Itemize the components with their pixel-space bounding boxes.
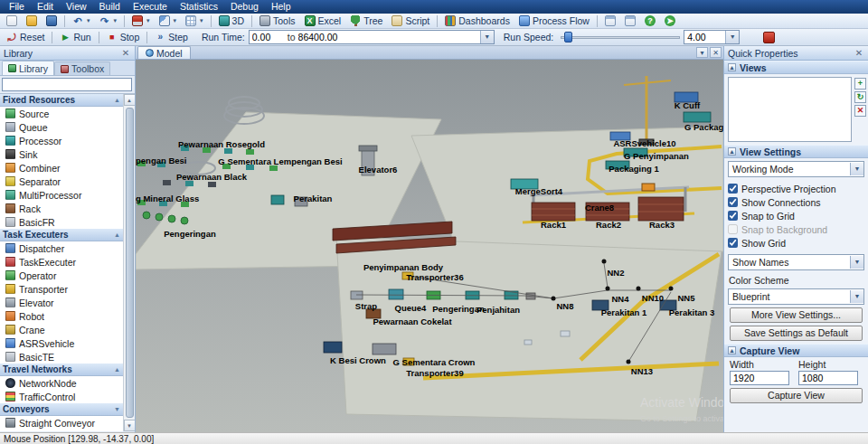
menu-statistics[interactable]: Statistics [174,0,224,14]
lib-item-dispatcher[interactable]: Dispatcher [0,241,123,255]
run-button[interactable]: ▶Run [55,31,95,44]
views-section-header[interactable]: ▴ Views [724,61,868,74]
tab-model[interactable]: Model [137,46,191,59]
tools-button[interactable]: Tools [255,14,300,28]
show-grid-checkbox[interactable] [728,238,738,248]
color-scheme-dropdown[interactable]: Blueprint ▼ [728,288,864,305]
tab-toolbox[interactable]: Toolbox [54,61,110,75]
lib-item-taskexecuter[interactable]: TaskExecuter [0,255,123,269]
scroll-up-icon[interactable]: ▲ [124,94,136,106]
lib-item-asrsvehicle[interactable]: ASRSvehicle [0,336,123,350]
show-connections-checkbox[interactable] [728,197,738,207]
stop-time-button[interactable] [763,32,775,43]
script-button[interactable]: Script [387,14,434,28]
workspace-button[interactable] [620,14,640,28]
menu-build[interactable]: Build [93,0,127,14]
menu-execute[interactable]: Execute [127,0,174,14]
section-travel-networks[interactable]: Travel Networks ▲ [0,364,123,376]
process-flow-button[interactable]: Process Flow [514,14,594,28]
checkbox-show-connections[interactable]: Show Connections [728,195,864,209]
capture-width-input[interactable] [730,371,789,385]
menu-edit[interactable]: Edit [31,0,60,14]
dashboards-button[interactable]: Dashboards [440,14,514,28]
run-time-dropdown-icon[interactable]: ▼ [480,31,494,43]
three-d-view-button[interactable]: 3D [214,14,249,28]
reset-button[interactable]: ⤾Reset [2,31,49,44]
lib-item-operator[interactable]: Operator [0,269,123,282]
section-fixed-resources[interactable]: Fixed Resources ▲ [0,94,123,107]
quick-properties-close-icon[interactable]: ✕ [854,48,864,59]
tab-library[interactable]: Library [2,61,54,75]
lib-item-crane[interactable]: Crane [0,323,123,336]
checkbox-snap-to-background[interactable]: Snap to Background [728,222,864,236]
delete-view-button[interactable]: ✕ [854,105,866,117]
help-button[interactable]: ? [640,14,660,28]
views-list-box[interactable] [728,77,852,142]
open-button[interactable] [22,14,42,28]
menu-view[interactable]: View [60,0,93,14]
run-speed-dropdown-icon[interactable]: ▼ [725,31,739,43]
checkbox-show-grid[interactable]: Show Grid [728,236,864,250]
close-view-button[interactable]: ✕ [710,47,722,58]
scroll-down-icon[interactable]: ▼ [124,420,136,431]
snap-to-grid-checkbox[interactable] [728,211,738,221]
more-view-settings-button[interactable]: More View Settings... [730,307,863,323]
lib-item-basicfr[interactable]: BasicFR [0,215,123,229]
lib-item-sink[interactable]: Sink [0,147,123,161]
new-button[interactable] [2,14,22,28]
step-button[interactable]: »Step [150,31,193,44]
view-settings-section-header[interactable]: ▴ View Settings [724,145,868,158]
connections-mode-button[interactable]: ▾ [155,14,182,28]
lib-item-straight-conveyor[interactable]: Straight Conveyor [0,416,123,430]
capture-height-input[interactable] [798,371,858,385]
save-settings-default-button[interactable]: Save Settings as Default [730,326,863,341]
lib-item-multiprocessor[interactable]: MultiProcessor [0,188,123,202]
run-speed-slider[interactable] [561,31,680,43]
tree-button[interactable]: Tree [345,14,387,28]
section-conveyors[interactable]: Conveyors ▼ [0,403,123,416]
lib-item-networknode[interactable]: NetworkNode [0,376,123,390]
lib-item-separator[interactable]: Separator [0,175,123,188]
lib-item-trafficcontrol[interactable]: TrafficControl [0,390,123,403]
working-mode-dropdown[interactable]: Working Mode ▼ [728,161,864,177]
library-search-input[interactable] [2,78,132,91]
lib-item-elevator[interactable]: Elevator [0,296,123,309]
excel-button[interactable]: XExcel [300,14,346,28]
lib-item-combiner[interactable]: Combiner [0,161,123,175]
checkbox-snap-to-grid[interactable]: Snap to Grid [728,209,864,222]
section-task-executers[interactable]: Task Executers ▲ [0,229,123,241]
menu-debug[interactable]: Debug [224,0,265,14]
window-layout-button[interactable] [600,14,620,28]
menu-file[interactable]: File [3,0,31,14]
lib-item-transporter[interactable]: Transporter [0,282,123,296]
snap-to-grid-button[interactable]: ▾ [127,14,155,28]
perspective-projection-checkbox[interactable] [728,184,738,194]
library-close-icon[interactable]: ✕ [120,48,131,59]
lib-item-rack[interactable]: Rack [0,202,123,215]
stop-button[interactable]: ■Stop [102,31,145,44]
refresh-view-button[interactable]: ↻ [854,91,866,103]
lib-item-source[interactable]: Source [0,107,123,120]
view-menu-button[interactable]: ▾ [696,47,708,58]
slider-handle[interactable] [564,32,572,43]
lib-item-robot[interactable]: Robot [0,309,123,323]
scrollbar-thumb[interactable] [126,108,134,418]
menu-help[interactable]: Help [265,0,297,14]
library-scrollbar[interactable]: ▲ ▼ [123,94,135,431]
lib-item-basicte[interactable]: BasicTE [0,350,123,364]
checkbox-perspective-projection[interactable]: Perspective Projection [728,182,864,195]
capture-view-section-header[interactable]: ▴ Capture View [724,344,868,357]
save-button[interactable] [42,14,61,28]
model-3d-view[interactable]: Pewarnaan Rosegold pengan Besi G Sementa… [136,60,723,432]
run-time-from-input[interactable] [250,31,288,43]
run-speed-input[interactable] [684,32,724,43]
lib-item-queue[interactable]: Queue [0,120,123,134]
add-view-button[interactable]: + [854,78,866,90]
capture-view-button[interactable]: Capture View [730,388,863,403]
undo-button[interactable]: ↶▾ [68,14,95,28]
online-content-button[interactable]: ➤ [660,14,680,28]
run-time-to-input[interactable] [296,31,467,43]
grid-mode-button[interactable]: ▾ [181,14,208,28]
lib-item-processor[interactable]: Processor [0,134,123,147]
show-names-dropdown[interactable]: Show Names ▼ [728,254,864,270]
